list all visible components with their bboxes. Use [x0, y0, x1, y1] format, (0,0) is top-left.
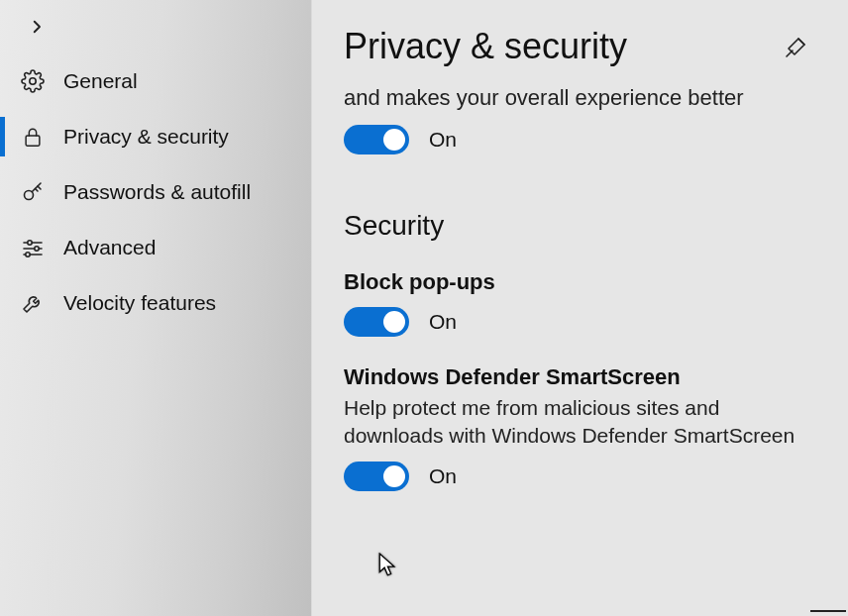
setting-description: and makes your overall experience better	[344, 83, 808, 113]
page-header: Privacy & security	[344, 0, 808, 77]
setting-smartscreen: Windows Defender SmartScreen Help protec…	[344, 364, 808, 492]
toggle-previous[interactable]	[344, 125, 409, 154]
setting-description: Help protect me from malicious sites and…	[344, 394, 799, 451]
svg-point-0	[30, 78, 36, 84]
sidebar: General Privacy & security Passwords & a…	[0, 0, 311, 616]
sidebar-item-label: Privacy & security	[63, 125, 229, 149]
sidebar-item-label: Velocity features	[63, 291, 216, 315]
toggle-smartscreen[interactable]	[344, 462, 409, 491]
section-heading-security: Security	[344, 210, 808, 242]
setting-title: Windows Defender SmartScreen	[344, 364, 808, 390]
sliders-icon	[20, 236, 46, 259]
pin-icon[interactable]	[785, 35, 808, 58]
svg-line-10	[798, 39, 804, 45]
main-content: Privacy & security and makes your overal…	[311, 0, 848, 616]
toggle-block-popups[interactable]	[344, 307, 409, 337]
back-button[interactable]	[0, 8, 311, 53]
svg-line-9	[787, 51, 793, 56]
sidebar-item-label: General	[63, 69, 138, 93]
svg-rect-1	[26, 136, 40, 146]
svg-point-4	[28, 241, 32, 245]
sidebar-item-privacy-security[interactable]: Privacy & security	[0, 109, 311, 164]
setting-block-popups: Block pop-ups On	[344, 269, 808, 337]
svg-point-8	[26, 253, 30, 257]
svg-point-6	[35, 247, 39, 251]
gear-icon	[20, 69, 46, 93]
sidebar-item-velocity-features[interactable]: Velocity features	[0, 275, 311, 331]
sidebar-item-advanced[interactable]: Advanced	[0, 220, 311, 275]
setting-previous-partial: and makes your overall experience better…	[344, 83, 808, 154]
sidebar-item-general[interactable]: General	[0, 53, 311, 109]
lock-icon	[20, 125, 46, 149]
sidebar-item-label: Advanced	[63, 236, 156, 259]
sidebar-item-label: Passwords & autofill	[63, 180, 251, 204]
key-icon	[20, 180, 46, 204]
scrollbar-indicator	[810, 610, 846, 612]
wrench-icon	[20, 291, 46, 315]
toggle-state-label: On	[429, 128, 457, 152]
setting-title: Block pop-ups	[344, 269, 808, 295]
toggle-state-label: On	[429, 310, 457, 334]
page-title: Privacy & security	[344, 26, 627, 67]
sidebar-item-passwords-autofill[interactable]: Passwords & autofill	[0, 164, 311, 220]
toggle-state-label: On	[429, 464, 457, 488]
chevron-right-icon	[28, 18, 311, 36]
